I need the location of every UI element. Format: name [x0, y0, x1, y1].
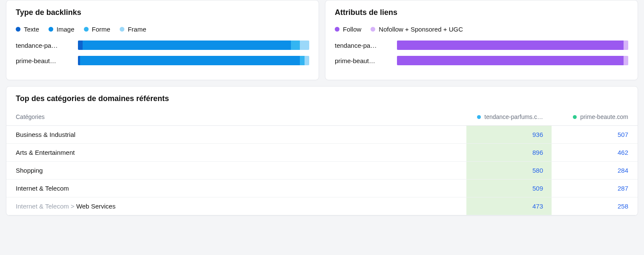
stacked-bar[interactable]: [78, 56, 309, 65]
value-site-1[interactable]: 580: [466, 162, 552, 179]
legend-label: Frame: [128, 26, 146, 33]
table-header-row: Catégories tendance-parfums.c… prime-bea…: [6, 109, 638, 126]
bar-label: prime-beaut…: [335, 57, 390, 64]
bar-segment: [80, 56, 300, 65]
bar-segment: [624, 56, 628, 65]
backlink-bars: tendance-pa…prime-beaut…: [16, 41, 309, 65]
bar-label: tendance-pa…: [16, 42, 71, 49]
header-site-1[interactable]: tendance-parfums.c…: [466, 113, 552, 120]
value-site-2[interactable]: 462: [552, 149, 628, 156]
bar-segment: [78, 41, 83, 50]
legend-label: Texte: [24, 26, 39, 33]
legend-item[interactable]: Follow: [335, 26, 361, 33]
legend-item[interactable]: Nofollow + Sponsored + UGC: [371, 26, 463, 33]
value-site-2[interactable]: 287: [552, 185, 628, 192]
table-body: Business & Industrial936507Arts & Entert…: [6, 126, 638, 215]
legend-label: Forme: [92, 26, 110, 33]
category-name: Business & Industrial: [16, 131, 466, 138]
card-title: Attributs de liens: [325, 0, 638, 23]
dot-icon: [573, 115, 577, 119]
dot-icon: [371, 27, 375, 32]
dot-icon: [120, 27, 124, 32]
table-row[interactable]: Internet & Telecom > Web Services473258: [6, 197, 638, 215]
bar-segment: [397, 56, 624, 65]
bar-segment: [300, 56, 305, 65]
header-site-2[interactable]: prime-beaute.com: [552, 113, 628, 120]
bar-segment: [397, 41, 624, 50]
bar-segment: [300, 41, 309, 50]
legend-item[interactable]: Texte: [16, 26, 39, 33]
header-site-2-label: prime-beaute.com: [580, 113, 628, 120]
table-row[interactable]: Arts & Entertainment896462: [6, 144, 638, 162]
attributes-legend: FollowNofollow + Sponsored + UGC: [335, 26, 628, 33]
category-name: Internet & Telecom: [16, 185, 466, 192]
dot-icon: [16, 27, 20, 32]
card-title: Top des catégories de domaines référents: [6, 87, 638, 109]
category-name: Shopping: [16, 167, 466, 174]
legend-label: Nofollow + Sponsored + UGC: [379, 26, 463, 33]
header-site-1-label: tendance-parfums.c…: [484, 113, 543, 120]
card-title: Type de backlinks: [6, 0, 319, 23]
value-site-2[interactable]: 507: [552, 131, 628, 138]
value-site-2[interactable]: 258: [552, 203, 628, 210]
bar-segment: [624, 41, 628, 50]
dot-icon: [477, 115, 481, 119]
bar-row: tendance-pa…: [16, 41, 309, 50]
value-site-2[interactable]: 284: [552, 167, 628, 174]
header-categories[interactable]: Catégories: [16, 113, 466, 120]
bar-row: prime-beaut…: [16, 56, 309, 65]
legend-item[interactable]: Forme: [84, 26, 110, 33]
legend-label: Follow: [343, 26, 361, 33]
dot-icon: [49, 27, 53, 32]
category-name: Internet & Telecom > Web Services: [16, 203, 466, 210]
bar-segment: [83, 41, 291, 50]
legend-label: Image: [57, 26, 75, 33]
table-row[interactable]: Internet & Telecom509287: [6, 180, 638, 197]
attributes-bars: tendance-pa…prime-beaut…: [335, 41, 628, 65]
value-site-1[interactable]: 896: [466, 144, 552, 161]
bar-row: tendance-pa…: [335, 41, 628, 50]
table-row[interactable]: Business & Industrial936507: [6, 126, 638, 144]
bar-segment: [291, 41, 300, 50]
stacked-bar[interactable]: [397, 56, 628, 65]
value-site-1[interactable]: 473: [466, 197, 552, 215]
dot-icon: [335, 27, 339, 32]
dot-icon: [84, 27, 89, 32]
value-site-1[interactable]: 509: [466, 180, 552, 197]
stacked-bar[interactable]: [397, 41, 628, 50]
backlink-legend: TexteImageFormeFrame: [16, 26, 309, 33]
legend-item[interactable]: Image: [49, 26, 75, 33]
link-attributes-card: Attributs de liens FollowNofollow + Spon…: [325, 0, 638, 80]
value-site-1[interactable]: 936: [466, 126, 552, 143]
bar-label: prime-beaut…: [16, 57, 71, 64]
table-row[interactable]: Shopping580284: [6, 162, 638, 180]
bar-row: prime-beaut…: [335, 56, 628, 65]
bar-label: tendance-pa…: [335, 42, 390, 49]
backlink-types-card: Type de backlinks TexteImageFormeFrame t…: [6, 0, 319, 80]
categories-card: Top des catégories de domaines référents…: [6, 86, 638, 216]
category-name: Arts & Entertainment: [16, 149, 466, 156]
stacked-bar[interactable]: [78, 41, 309, 50]
legend-item[interactable]: Frame: [120, 26, 146, 33]
bar-segment: [305, 56, 309, 65]
